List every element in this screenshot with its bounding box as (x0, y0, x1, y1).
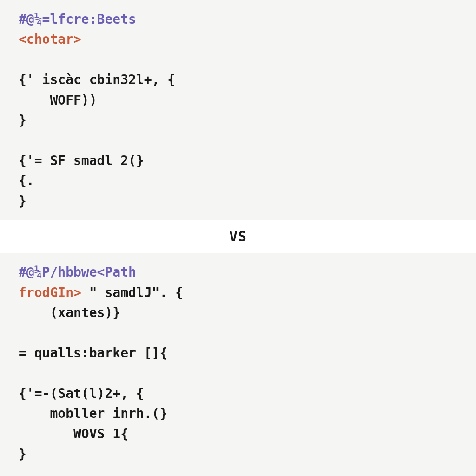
code-line: } (19, 193, 26, 209)
code-line: } (19, 112, 26, 128)
code-line: {' iscàc cbin32l+, { (19, 72, 175, 87)
code-line: " samdlJ". { (81, 285, 183, 300)
code-panel-top: #@¼=lfcre:Beets <chotar> {' iscàc cbin32… (0, 0, 476, 220)
code-line: {'=-(Sat(l)2+, { (19, 386, 144, 401)
tag-line-top: <chotar> (19, 32, 81, 47)
code-line: = qualls:barker []{ (19, 345, 167, 361)
code-block-top: #@¼=lfcre:Beets <chotar> {' iscàc cbin32… (19, 9, 457, 211)
code-line: (xantes)} (19, 305, 120, 320)
code-line: WOVS 1{ (19, 426, 128, 442)
vs-label: VS (229, 228, 247, 245)
code-line: WOFF)) (19, 93, 97, 108)
code-line: {'= SF smadl 2(} (19, 153, 144, 168)
code-panel-bottom: #@¼P/hbbwe<Path frodGIn> " samdlJ". { (x… (0, 253, 476, 475)
keyword-bottom: frodGIn> (19, 285, 81, 300)
code-block-bottom: #@¼P/hbbwe<Path frodGIn> " samdlJ". { (x… (19, 262, 457, 464)
code-line: {. (19, 173, 34, 188)
comment-header-bottom: #@¼P/hbbwe<Path (19, 264, 136, 280)
vs-divider: VS (0, 220, 476, 253)
code-line: mobller inrh.(} (19, 406, 167, 421)
code-line: } (19, 446, 26, 462)
comment-header-top: #@¼=lfcre:Beets (19, 12, 136, 27)
